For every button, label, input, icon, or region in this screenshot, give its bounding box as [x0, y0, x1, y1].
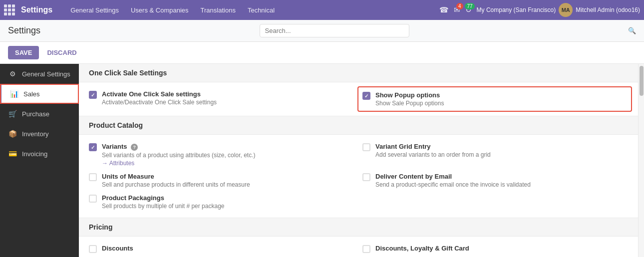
empty-col: [362, 194, 628, 210]
setting-title-popup: Show Popup options: [375, 91, 444, 99]
sidebar-label-inventory: Inventory: [22, 130, 48, 138]
general-settings-icon: ⚙: [8, 69, 17, 78]
section-header-one-click: One Click Sale Settings: [79, 64, 638, 82]
sidebar-item-purchase[interactable]: 🛒 Purchase: [0, 104, 79, 124]
page-header: Settings 🔍: [0, 20, 644, 42]
sidebar-label-general-settings: General Settings: [22, 70, 70, 78]
setting-title-packagings: Product Packagings: [102, 194, 224, 202]
setting-desc-variants: Sell variants of a product using attribu…: [102, 152, 255, 159]
scroll-thumb[interactable]: [640, 66, 644, 96]
app-title: Settings: [21, 5, 52, 14]
section-header-product-catalog: Product Catalog: [79, 116, 638, 135]
sidebar-item-sales[interactable]: 📊 Sales: [0, 84, 79, 104]
setting-desc-packagings: Sell products by multiple of unit # per …: [102, 203, 224, 210]
toolbar: SAVE DISCARD: [0, 42, 644, 64]
sidebar-item-general-settings[interactable]: ⚙ General Settings: [0, 64, 79, 84]
nav-general-settings[interactable]: General Settings: [64, 0, 125, 20]
setting-variant-grid: Variant Grid Entry Add several variants …: [362, 143, 628, 167]
checkbox-show-popup[interactable]: [362, 92, 370, 100]
updates-badge: 77: [465, 3, 474, 9]
setting-show-popup: Show Popup options Show Sale Popup optio…: [357, 86, 632, 112]
top-nav-menu: General Settings Users & Companies Trans…: [64, 0, 281, 20]
product-catalog-row3: Product Packagings Sell products by mult…: [89, 194, 628, 210]
setting-variants: Variants ? Sell variants of a product us…: [89, 143, 354, 167]
section-header-pricing: Pricing: [79, 218, 638, 237]
setting-loyalty-gift: Discounts, Loyalty & Gift Card: [362, 245, 628, 253]
setting-desc-deliver: Send a product-specific email once the i…: [375, 181, 531, 188]
discard-button[interactable]: DISCARD: [43, 46, 80, 59]
product-catalog-row1: Variants ? Sell variants of a product us…: [89, 143, 628, 167]
variants-help-icon[interactable]: ?: [131, 144, 138, 151]
sidebar-label-purchase: Purchase: [22, 110, 49, 118]
setting-deliver-content: Deliver Content by Email Send a product-…: [362, 173, 628, 188]
setting-desc-popup: Show Sale Popup options: [375, 100, 444, 107]
avatar: MA: [559, 3, 573, 17]
nav-translations[interactable]: Translations: [195, 0, 242, 20]
nav-technical[interactable]: Technical: [242, 0, 281, 20]
setting-activate-one-click: Activate One Click Sale settings Activat…: [89, 90, 355, 108]
product-catalog-settings: Variants ? Sell variants of a product us…: [79, 135, 638, 218]
sales-icon: 📊: [9, 89, 18, 98]
messages-icon[interactable]: ✉ 4: [454, 5, 460, 14]
setting-desc-units: Sell and purchase products in different …: [102, 181, 250, 188]
top-nav: Settings General Settings Users & Compan…: [0, 0, 644, 20]
company-name: My Company (San Francisco): [477, 6, 556, 13]
main-content: One Click Sale Settings Activate One Cli…: [79, 64, 638, 257]
setting-desc-variant-grid: Add several variants to an order from a …: [375, 151, 491, 158]
company-info[interactable]: My Company (San Francisco) MA Mitchell A…: [477, 3, 640, 17]
pricing-row1: Discounts Discounts, Loyalty & Gift Card: [89, 245, 628, 253]
checkbox-discounts[interactable]: [89, 245, 97, 253]
nav-users-companies[interactable]: Users & Companies: [125, 0, 195, 20]
sidebar: ⚙ General Settings 📊 Sales 🛒 Purchase 📦 …: [0, 64, 79, 257]
search-icon[interactable]: 🔍: [628, 27, 636, 34]
setting-title-loyalty: Discounts, Loyalty & Gift Card: [375, 245, 469, 252]
checkbox-product-packagings[interactable]: [89, 195, 97, 203]
checkbox-variant-grid[interactable]: [362, 143, 370, 151]
section-product-catalog: Product Catalog Variants ? Sell variants…: [79, 116, 638, 218]
messages-badge: 4: [456, 3, 463, 9]
page-title: Settings: [8, 25, 40, 36]
checkbox-units-of-measure[interactable]: [89, 173, 97, 181]
setting-title-variants: Variants ?: [102, 143, 255, 151]
sidebar-label-invoicing: Invoicing: [22, 150, 47, 158]
scrollbar[interactable]: [638, 64, 644, 257]
setting-product-packagings: Product Packagings Sell products by mult…: [89, 194, 354, 210]
layout: ⚙ General Settings 📊 Sales 🛒 Purchase 📦 …: [0, 64, 644, 257]
pricing-settings: Discounts Discounts, Loyalty & Gift Card: [79, 237, 638, 257]
checkbox-variants[interactable]: [89, 143, 97, 151]
sidebar-label-sales: Sales: [23, 90, 40, 98]
setting-title-discounts: Discounts: [102, 245, 133, 252]
inventory-icon: 📦: [8, 129, 17, 138]
attributes-link[interactable]: Attributes: [102, 160, 255, 167]
setting-discounts: Discounts: [89, 245, 354, 253]
section-pricing: Pricing Discounts Discounts, Loyalty & G…: [79, 218, 638, 257]
setting-desc-activate: Activate/Deactivate One Click Sale setti…: [102, 99, 217, 106]
sidebar-item-invoicing[interactable]: 💳 Invoicing: [0, 144, 79, 164]
bell-icon[interactable]: ☎: [439, 5, 449, 14]
setting-title-variant-grid: Variant Grid Entry: [375, 143, 491, 150]
setting-units-of-measure: Units of Measure Sell and purchase produ…: [89, 173, 354, 188]
top-nav-right: ☎ ✉ 4 ↻ 77 My Company (San Francisco) MA…: [439, 3, 640, 17]
setting-title-activate: Activate One Click Sale settings: [102, 90, 217, 98]
checkbox-deliver-content[interactable]: [362, 173, 370, 181]
section-one-click-sale: One Click Sale Settings Activate One Cli…: [79, 64, 638, 116]
apps-grid-icon[interactable]: [4, 4, 15, 15]
product-catalog-row2: Units of Measure Sell and purchase produ…: [89, 173, 628, 188]
one-click-settings-grid: Activate One Click Sale settings Activat…: [79, 82, 638, 116]
setting-title-deliver: Deliver Content by Email: [375, 173, 531, 180]
purchase-icon: 🛒: [8, 109, 17, 118]
checkbox-activate-one-click[interactable]: [89, 91, 97, 99]
invoicing-icon: 💳: [8, 149, 17, 158]
setting-title-units: Units of Measure: [102, 173, 250, 180]
search-input[interactable]: [260, 24, 409, 37]
checkbox-loyalty-gift[interactable]: [362, 245, 370, 253]
user-name: Mitchell Admin (odoo16): [576, 6, 640, 13]
sidebar-item-inventory[interactable]: 📦 Inventory: [0, 124, 79, 144]
save-button[interactable]: SAVE: [8, 46, 39, 59]
updates-icon[interactable]: ↻ 77: [465, 5, 472, 14]
